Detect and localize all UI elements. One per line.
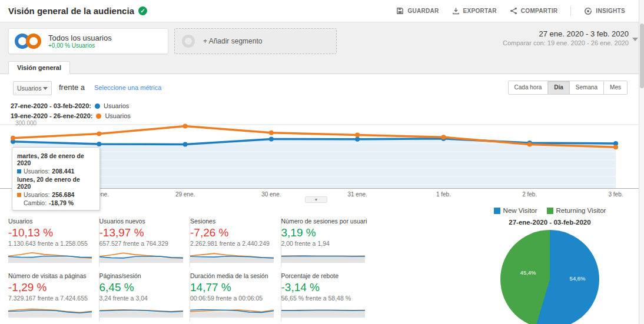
scorecard-delta: 6,45 % [99, 281, 185, 294]
x-tick-label: 30 ene. [261, 191, 281, 198]
scorecard-values: 7.329.167 frente a 7.424.655 [8, 295, 94, 302]
export-button[interactable]: EXPORTAR [452, 7, 497, 15]
granularity-week-button[interactable]: Semana [570, 81, 604, 95]
pie-label-returning: 45,4% [520, 269, 536, 276]
scorecard-delta: -10,13 % [8, 226, 94, 239]
x-tick-label: 1 feb. [436, 191, 451, 198]
visitor-type-panel: New Visitor Returning Visitor 27-ene-202… [464, 207, 636, 324]
granularity-day-button[interactable]: Día [548, 81, 570, 95]
scorecard-sparkline [281, 249, 365, 263]
scorecard[interactable]: Número de visitas a páginas-1,29 %7.329.… [8, 271, 99, 322]
scorecard-label: Porcentaje de rebote [281, 272, 368, 279]
chart-tooltip: martes, 28 de enero de 2020 Usuarios: 20… [12, 147, 100, 211]
scorecard[interactable]: Duración media de la sesión14,77 %00:06:… [190, 271, 281, 322]
tooltip-date-current: martes, 28 de enero de 2020 [17, 152, 95, 166]
pie-label-new: 54,6% [570, 275, 586, 282]
scorecard-delta: -1,29 % [8, 281, 94, 294]
timeline-expander-button[interactable]: ▼ [305, 196, 327, 203]
legend-square-green-icon [547, 208, 553, 214]
verified-check-icon: ✓ [138, 6, 147, 15]
save-button[interactable]: GUARDAR [396, 7, 439, 15]
vertical-scrollbar[interactable] [639, 0, 644, 324]
x-tick-label: 31 ene. [347, 191, 367, 198]
y-gridline-label: 300.000 [15, 120, 36, 126]
chevron-down-icon: ▼ [306, 197, 327, 202]
tooltip-orange-square-icon [17, 193, 21, 197]
chevron-down-icon [632, 38, 638, 41]
insights-button[interactable]: INSIGHTS [584, 7, 625, 15]
scorecard-sparkline [281, 303, 365, 318]
legend-returning-visitor: Returning Visitor [547, 207, 606, 214]
scorecard-sparkline [99, 303, 183, 318]
metric-select-dropdown[interactable]: Usuarios [13, 81, 52, 95]
save-icon [396, 7, 404, 15]
scorecard-grid: Usuarios-10,13 %1.130.643 frente a 1.258… [8, 216, 372, 322]
scorecard[interactable]: Número de sesiones por usuario3,19 %2,00… [281, 216, 373, 267]
share-button[interactable]: COMPARTIR [510, 7, 558, 15]
scorecard-values: 2.262.981 frente a 2.440.249 [190, 240, 276, 247]
date-compare-value: Comparar con: 19 ene. 2020 - 26 ene. 202… [503, 39, 629, 46]
timeline-legend: 27-ene-2020 - 03-feb-2020: Usuarios 19-e… [11, 102, 131, 122]
download-icon [452, 7, 460, 15]
scorecard-sparkline [190, 249, 274, 263]
pie-title: 27-ene-2020 - 03-feb-2020 [464, 219, 636, 226]
scorecard[interactable]: Usuarios nuevos-13,97 %657.527 frente a … [99, 216, 191, 267]
scrollbar-thumb[interactable] [640, 24, 644, 88]
scorecard-delta: -13,97 % [99, 226, 185, 239]
x-tick-label: 3 feb. [608, 191, 623, 198]
segment-title: Todos los usuarios [48, 34, 112, 42]
scorecard-sparkline [8, 303, 92, 318]
scorecard-label: Usuarios [8, 218, 94, 225]
ghost-ring-icon [182, 35, 195, 48]
legend-compare-period: 19-ene-2020 - 26-ene-2020: Usuarios [11, 112, 131, 119]
scorecard[interactable]: Porcentaje de rebote-3,14 %56,65 % frent… [281, 271, 373, 322]
top-toolbar: Visión general de la audiencia ✓ GUARDAR… [0, 0, 644, 22]
date-range-picker[interactable]: 27 ene. 2020 - 3 feb. 2020 Comparar con:… [503, 29, 629, 46]
toolbar-divider [570, 6, 571, 16]
scorecard[interactable]: Páginas/sesión6,45 %3,24 frente a 3,04 [99, 271, 191, 322]
scorecard-sparkline [190, 303, 274, 318]
page-title: Visión general de la audiencia [8, 6, 134, 16]
scorecard-delta: 3,19 % [281, 226, 368, 239]
scorecard-label: Número de sesiones por usuario [281, 218, 368, 225]
scorecard-label: Usuarios nuevos [99, 218, 185, 225]
pie-legend: New Visitor Returning Visitor [464, 207, 636, 214]
legend-new-visitor: New Visitor [494, 207, 537, 214]
granularity-month-button[interactable]: Mes [604, 81, 628, 95]
scorecard-sparkline [99, 249, 183, 263]
scorecard-values: 1.130.643 frente a 1.258.055 [8, 240, 94, 247]
scorecard-label: Duración media de la sesión [190, 272, 276, 279]
add-segment-button[interactable]: + Añadir segmento [174, 28, 337, 54]
scorecard-sparkline [8, 249, 92, 263]
scorecard-label: Sesiones [190, 218, 276, 225]
segment-subtitle: +0,00 % Usuarios [48, 42, 112, 49]
scorecard[interactable]: Sesiones-7,26 %2.262.981 frente a 2.440.… [190, 216, 281, 267]
insights-icon [584, 7, 592, 15]
legend-current-period: 27-ene-2020 - 03-feb-2020: Usuarios [11, 102, 131, 109]
vs-label: frente a [59, 83, 85, 92]
tooltip-date-compare: lunes, 20 de enero de 2020 [17, 176, 95, 190]
legend-square-blue-icon [494, 208, 500, 214]
x-tick-label: 29 ene. [175, 191, 195, 198]
scorecard-values: 00:06:59 frente a 00:06:05 [190, 295, 276, 302]
share-icon [510, 7, 517, 15]
segment-all-users[interactable]: Todos los usuarios +0,00 % Usuarios [8, 28, 168, 54]
scorecard-values: 2,00 frente a 1,94 [281, 240, 368, 247]
tab-overview[interactable]: Visión general [8, 61, 70, 74]
x-tick-label: 2 feb. [522, 191, 537, 198]
scorecard[interactable]: Usuarios-10,13 %1.130.643 frente a 1.258… [8, 216, 99, 267]
scorecard-delta: 14,77 % [190, 281, 276, 294]
granularity-hourly-button[interactable]: Cada hora [508, 81, 549, 95]
add-segment-label: + Añadir segmento [203, 37, 262, 45]
audience-overview-page: Visión general de la audiencia ✓ GUARDAR… [0, 0, 644, 324]
scorecard-label: Páginas/sesión [99, 272, 185, 279]
legend-dot-orange-icon [96, 113, 101, 119]
select-metric-link[interactable]: Seleccione una métrica [94, 84, 161, 91]
date-range-value: 27 ene. 2020 - 3 feb. 2020 [503, 29, 629, 38]
scorecard-delta: -7,26 % [190, 226, 276, 239]
granularity-switcher: Cada hora Día Semana Mes [508, 81, 628, 95]
segment-ring-orange-icon [26, 34, 41, 49]
tooltip-blue-square-icon [17, 169, 21, 173]
scorecard-delta: -3,14 % [281, 281, 368, 294]
scorecard-values: 657.527 frente a 764.329 [99, 240, 185, 247]
